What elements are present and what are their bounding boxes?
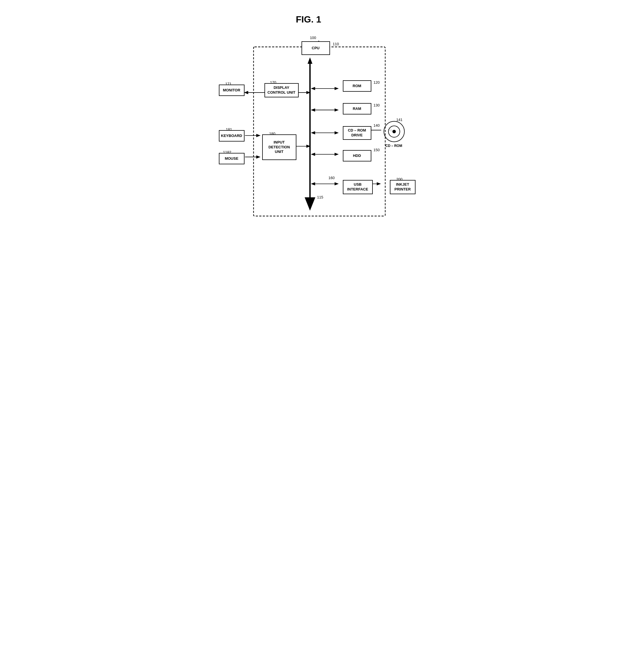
page: FIG. 1 [209, 6, 408, 236]
cdrom-disc-svg [383, 120, 406, 143]
cpu-box: CPU [301, 41, 330, 55]
cdrom-drive-box: CD – ROM DRIVE [343, 126, 371, 140]
ref-120: 120 [374, 80, 380, 84]
ref-130: 130 [374, 103, 380, 107]
input-detection-box: INPUT DETECTION UNIT [262, 134, 296, 160]
ref-141: 141 [396, 117, 403, 122]
cdrom-disc-label: CD – ROM [386, 144, 402, 148]
ref-160: 160 [329, 176, 335, 180]
keyboard-box: KEYBOARD [219, 130, 244, 141]
usb-interface-box: USB INTERFACE [343, 180, 373, 194]
hdd-box: HDD [343, 150, 371, 161]
ref-181: 181 [226, 127, 232, 131]
ref-170: 170 [270, 80, 276, 84]
ref-171: 171 [225, 82, 232, 86]
ref-140: 140 [374, 123, 380, 127]
ref-110: 110 [333, 42, 339, 46]
ref-150: 150 [374, 148, 380, 152]
display-control-box: DISPLAY CONTROL UNIT [264, 83, 299, 97]
svg-point-17 [392, 130, 396, 133]
rom-box: ROM [343, 80, 371, 92]
figure-title: FIG. 1 [215, 14, 403, 25]
monitor-box: MONITOR [219, 84, 244, 96]
mouse-box: MOUSE [219, 153, 244, 164]
ref-180: 180 [269, 131, 275, 136]
ram-box: RAM [343, 103, 371, 114]
ref-1182: 1182 [223, 150, 231, 154]
ref-100: 100 [310, 36, 316, 40]
ref-115: 115 [317, 195, 324, 199]
inkjet-printer-box: INKJET PRINTER [390, 180, 416, 194]
ref-200: 200 [396, 177, 403, 182]
diagram-container: 100 ↗ CPU 110 ROM 120 RAM 130 CD – ROM D… [215, 33, 403, 227]
